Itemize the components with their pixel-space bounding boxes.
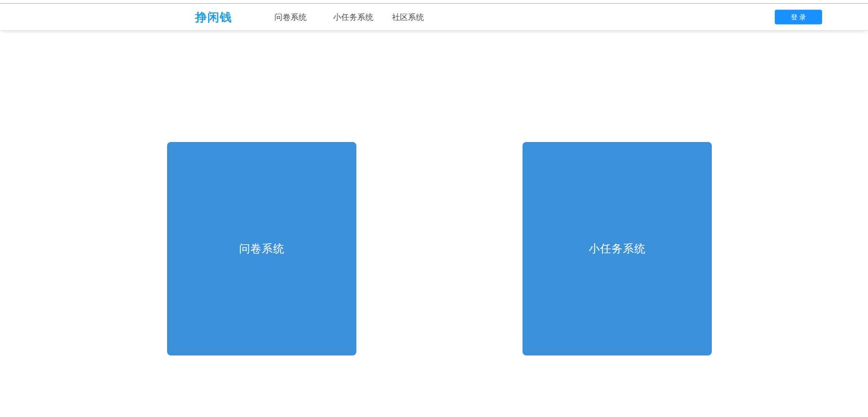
page: 挣闲钱 问卷系统 小任务系统 社区系统 登 录 问卷系统 小任务系统	[0, 0, 868, 417]
card-questionnaire-title: 问卷系统	[239, 241, 284, 256]
header: 挣闲钱 问卷系统 小任务系统 社区系统 登 录	[0, 3, 868, 31]
card-questionnaire-system[interactable]: 问卷系统	[167, 142, 356, 355]
nav-item-task-system[interactable]: 小任务系统	[333, 12, 392, 23]
card-task-system[interactable]: 小任务系统	[523, 142, 712, 355]
login-button[interactable]: 登 录	[775, 10, 822, 25]
main-nav: 问卷系统 小任务系统 社区系统	[275, 4, 451, 30]
nav-item-questionnaire-system[interactable]: 问卷系统	[275, 12, 333, 23]
brand-logo[interactable]: 挣闲钱	[195, 9, 232, 25]
nav-item-community-system[interactable]: 社区系统	[392, 12, 451, 23]
card-task-title: 小任务系统	[589, 241, 646, 256]
